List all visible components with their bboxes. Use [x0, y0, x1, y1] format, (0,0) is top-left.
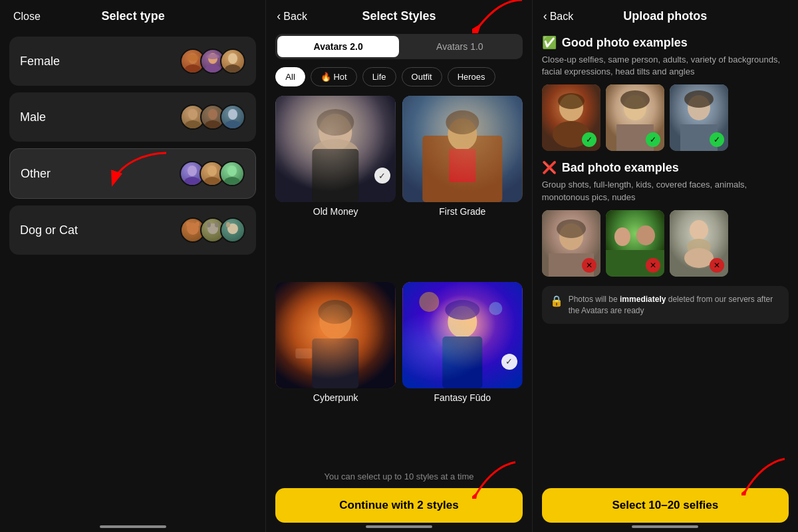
svg-point-2 [187, 55, 199, 61]
back-label: Back [283, 11, 307, 23]
svg-point-22 [196, 221, 200, 227]
check-badge-old-money: ✓ [374, 168, 390, 184]
filter-all[interactable]: All [275, 67, 305, 86]
back-button[interactable]: ‹ Back [277, 9, 307, 23]
svg-point-32 [317, 109, 354, 136]
panel3-footer: Select 10–20 selfies [533, 483, 798, 532]
good-title-text: Good photo examples [562, 36, 688, 50]
panel2-title: Select Styles [362, 9, 436, 23]
bad-examples-title: ❌ Bad photo examples [542, 160, 789, 175]
arrow-title-indicator [472, 0, 525, 33]
close-button[interactable]: Close [13, 11, 41, 23]
good-examples-title: ✅ Good photo examples [542, 35, 789, 50]
panel3-content: ✅ Good photo examples Close-up selfies, … [533, 30, 798, 483]
check-badge-fantasy: ✓ [501, 354, 517, 370]
type-item-pet[interactable]: Dog or Cat [9, 205, 256, 255]
panel3-title: Upload photos [623, 9, 707, 23]
svg-point-13 [225, 120, 241, 128]
style-card-fantasy[interactable]: ✓ Fantasy Fūdo [402, 282, 523, 462]
chevron-left-icon-3: ‹ [543, 9, 547, 23]
style-name-old-money: Old Money [275, 206, 396, 217]
svg-point-52 [558, 93, 585, 109]
lock-icon: 🔒 [550, 294, 563, 309]
svg-point-46 [489, 302, 502, 315]
select-selfies-button[interactable]: Select 10–20 selfies [542, 488, 789, 523]
style-card-cyberpunk[interactable]: Cyberpunk [275, 282, 396, 462]
style-card-first-grade[interactable]: First Grade [402, 96, 523, 275]
svg-point-35 [448, 118, 477, 150]
filter-heroes[interactable]: Heroes [448, 67, 495, 86]
filter-life[interactable]: Life [362, 67, 396, 86]
svg-point-16 [207, 166, 217, 176]
tab-avatars-2[interactable]: Avatars 2.0 [277, 36, 399, 57]
avatar-stack-female [180, 49, 245, 74]
style-image-old-money: ✓ [275, 96, 396, 202]
svg-rect-43 [296, 348, 313, 358]
good-badge-2: ✓ [646, 132, 660, 147]
svg-rect-42 [313, 338, 359, 388]
type-label-female: Female [20, 55, 60, 68]
filter-hot[interactable]: 🔥 Hot [311, 67, 357, 86]
good-badge-3: ✓ [710, 132, 724, 147]
continue-styles-button[interactable]: Continue with 2 styles [275, 488, 522, 523]
filter-row: All 🔥 Hot Life Outfit Heroes [266, 63, 531, 90]
svg-point-12 [228, 109, 237, 120]
svg-point-41 [319, 300, 353, 324]
good-photo-3: ✓ [670, 84, 728, 151]
bad-photo-2: ✕ [606, 210, 664, 277]
style-card-old-money[interactable]: ✓ Old Money [275, 96, 396, 275]
svg-point-11 [205, 120, 221, 128]
tab-avatars-1[interactable]: Avatars 1.0 [399, 36, 521, 57]
svg-point-48 [445, 300, 479, 320]
svg-point-40 [320, 305, 352, 339]
bad-badge-1: ✕ [582, 258, 597, 273]
svg-point-8 [188, 109, 198, 120]
svg-rect-33 [402, 96, 522, 202]
avatar-female-3 [220, 49, 245, 74]
privacy-note: 🔒 Photos will be immediately deleted fro… [542, 286, 789, 325]
type-label-male: Male [20, 110, 46, 124]
svg-point-7 [225, 65, 241, 72]
svg-point-18 [227, 166, 237, 176]
svg-point-15 [184, 177, 200, 185]
svg-rect-31 [313, 149, 359, 202]
avatar-stack-pet [180, 217, 245, 243]
panel1-header: Close Select type [0, 0, 265, 30]
chevron-left-icon: ‹ [277, 9, 281, 23]
style-image-fantasy: ✓ [402, 282, 523, 388]
good-check-icon: ✅ [542, 35, 557, 50]
panel1-title: Select type [102, 9, 165, 23]
svg-point-64 [557, 219, 586, 238]
svg-point-60 [684, 90, 714, 108]
svg-point-45 [419, 292, 439, 312]
type-item-other[interactable]: Other [9, 148, 256, 199]
svg-rect-28 [276, 96, 396, 202]
svg-point-56 [620, 90, 650, 109]
svg-point-25 [215, 222, 219, 227]
panel3-header: ‹ Back Upload photos [533, 0, 798, 30]
good-photos-row: ✓ ✓ ✓ [542, 84, 789, 151]
back-label-3: Back [550, 11, 574, 23]
svg-point-47 [448, 306, 477, 338]
panel-select-styles: ‹ Back Select Styles Avatars 2.0 Avatars… [266, 0, 532, 532]
back-button-3[interactable]: ‹ Back [543, 9, 574, 23]
svg-rect-38 [276, 282, 396, 388]
type-item-male[interactable]: Male [9, 92, 256, 142]
type-label-pet: Dog or Cat [20, 223, 78, 237]
filter-outfit[interactable]: Outfit [402, 67, 442, 86]
svg-point-29 [319, 114, 352, 151]
svg-point-71 [690, 220, 708, 240]
bad-photo-3: ✕ [670, 210, 728, 277]
good-photo-1: ✓ [542, 84, 600, 151]
svg-point-17 [204, 177, 220, 185]
svg-point-1 [185, 65, 201, 72]
privacy-text: Photos will be immediately deleted from … [569, 294, 781, 317]
svg-point-14 [188, 166, 197, 176]
panel-select-type: Close Select type Female [0, 0, 266, 532]
svg-point-10 [208, 109, 217, 120]
svg-rect-37 [449, 149, 475, 182]
home-indicator-2 [366, 525, 432, 528]
svg-point-27 [226, 222, 230, 227]
version-tabs: Avatars 2.0 Avatars 1.0 [275, 34, 522, 59]
type-item-female[interactable]: Female [9, 37, 256, 86]
